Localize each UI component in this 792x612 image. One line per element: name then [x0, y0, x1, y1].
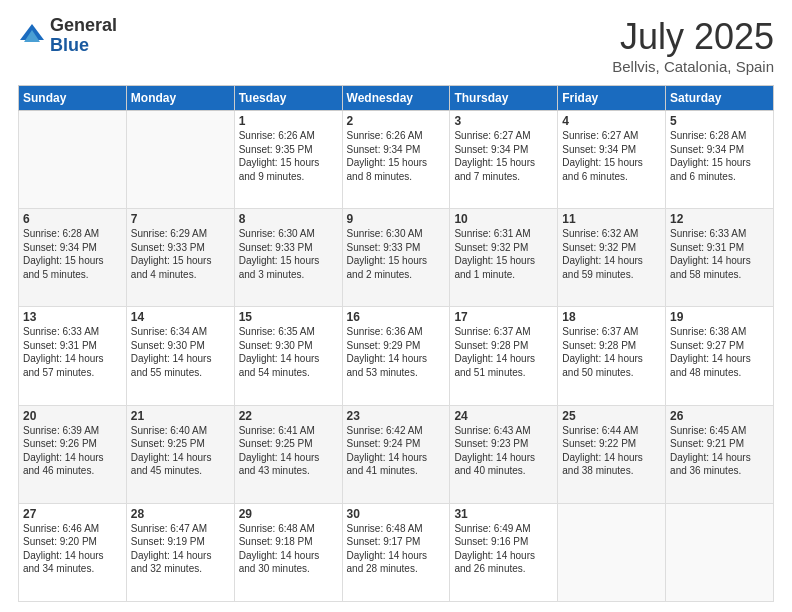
day-number: 29 — [239, 507, 338, 521]
calendar-cell: 25Sunrise: 6:44 AM Sunset: 9:22 PM Dayli… — [558, 405, 666, 503]
calendar-week-row: 27Sunrise: 6:46 AM Sunset: 9:20 PM Dayli… — [19, 503, 774, 601]
weekday-header: Sunday — [19, 86, 127, 111]
day-info: Sunrise: 6:39 AM Sunset: 9:26 PM Dayligh… — [23, 424, 122, 478]
calendar-cell — [558, 503, 666, 601]
day-number: 2 — [347, 114, 446, 128]
day-info: Sunrise: 6:46 AM Sunset: 9:20 PM Dayligh… — [23, 522, 122, 576]
day-info: Sunrise: 6:41 AM Sunset: 9:25 PM Dayligh… — [239, 424, 338, 478]
day-number: 31 — [454, 507, 553, 521]
calendar-cell: 24Sunrise: 6:43 AM Sunset: 9:23 PM Dayli… — [450, 405, 558, 503]
calendar-cell: 11Sunrise: 6:32 AM Sunset: 9:32 PM Dayli… — [558, 209, 666, 307]
day-info: Sunrise: 6:37 AM Sunset: 9:28 PM Dayligh… — [562, 325, 661, 379]
day-info: Sunrise: 6:33 AM Sunset: 9:31 PM Dayligh… — [670, 227, 769, 281]
calendar-cell: 22Sunrise: 6:41 AM Sunset: 9:25 PM Dayli… — [234, 405, 342, 503]
day-info: Sunrise: 6:48 AM Sunset: 9:18 PM Dayligh… — [239, 522, 338, 576]
day-number: 11 — [562, 212, 661, 226]
day-info: Sunrise: 6:26 AM Sunset: 9:34 PM Dayligh… — [347, 129, 446, 183]
calendar-cell: 23Sunrise: 6:42 AM Sunset: 9:24 PM Dayli… — [342, 405, 450, 503]
calendar-week-row: 6Sunrise: 6:28 AM Sunset: 9:34 PM Daylig… — [19, 209, 774, 307]
day-number: 22 — [239, 409, 338, 423]
calendar-cell — [126, 111, 234, 209]
day-number: 28 — [131, 507, 230, 521]
day-info: Sunrise: 6:27 AM Sunset: 9:34 PM Dayligh… — [562, 129, 661, 183]
weekday-header: Wednesday — [342, 86, 450, 111]
page: General Blue July 2025 Bellvis, Cataloni… — [0, 0, 792, 612]
day-info: Sunrise: 6:27 AM Sunset: 9:34 PM Dayligh… — [454, 129, 553, 183]
day-number: 15 — [239, 310, 338, 324]
day-number: 9 — [347, 212, 446, 226]
calendar-cell: 28Sunrise: 6:47 AM Sunset: 9:19 PM Dayli… — [126, 503, 234, 601]
day-number: 23 — [347, 409, 446, 423]
calendar-cell: 8Sunrise: 6:30 AM Sunset: 9:33 PM Daylig… — [234, 209, 342, 307]
calendar-cell: 20Sunrise: 6:39 AM Sunset: 9:26 PM Dayli… — [19, 405, 127, 503]
day-number: 7 — [131, 212, 230, 226]
day-info: Sunrise: 6:28 AM Sunset: 9:34 PM Dayligh… — [670, 129, 769, 183]
calendar-cell: 21Sunrise: 6:40 AM Sunset: 9:25 PM Dayli… — [126, 405, 234, 503]
weekday-header: Tuesday — [234, 86, 342, 111]
day-info: Sunrise: 6:33 AM Sunset: 9:31 PM Dayligh… — [23, 325, 122, 379]
day-number: 13 — [23, 310, 122, 324]
calendar-cell: 7Sunrise: 6:29 AM Sunset: 9:33 PM Daylig… — [126, 209, 234, 307]
header: General Blue July 2025 Bellvis, Cataloni… — [18, 16, 774, 75]
day-number: 8 — [239, 212, 338, 226]
day-info: Sunrise: 6:45 AM Sunset: 9:21 PM Dayligh… — [670, 424, 769, 478]
weekday-header: Friday — [558, 86, 666, 111]
day-number: 25 — [562, 409, 661, 423]
day-number: 6 — [23, 212, 122, 226]
calendar-week-row: 1Sunrise: 6:26 AM Sunset: 9:35 PM Daylig… — [19, 111, 774, 209]
weekday-header-row: SundayMondayTuesdayWednesdayThursdayFrid… — [19, 86, 774, 111]
calendar-cell: 3Sunrise: 6:27 AM Sunset: 9:34 PM Daylig… — [450, 111, 558, 209]
day-number: 19 — [670, 310, 769, 324]
day-number: 20 — [23, 409, 122, 423]
day-info: Sunrise: 6:43 AM Sunset: 9:23 PM Dayligh… — [454, 424, 553, 478]
day-number: 12 — [670, 212, 769, 226]
calendar-cell: 26Sunrise: 6:45 AM Sunset: 9:21 PM Dayli… — [666, 405, 774, 503]
calendar-cell: 19Sunrise: 6:38 AM Sunset: 9:27 PM Dayli… — [666, 307, 774, 405]
calendar-week-row: 20Sunrise: 6:39 AM Sunset: 9:26 PM Dayli… — [19, 405, 774, 503]
calendar-cell: 2Sunrise: 6:26 AM Sunset: 9:34 PM Daylig… — [342, 111, 450, 209]
day-info: Sunrise: 6:30 AM Sunset: 9:33 PM Dayligh… — [239, 227, 338, 281]
logo-general: General — [50, 16, 117, 36]
day-number: 1 — [239, 114, 338, 128]
logo-icon — [18, 22, 46, 50]
day-info: Sunrise: 6:34 AM Sunset: 9:30 PM Dayligh… — [131, 325, 230, 379]
calendar-cell: 13Sunrise: 6:33 AM Sunset: 9:31 PM Dayli… — [19, 307, 127, 405]
weekday-header: Thursday — [450, 86, 558, 111]
calendar-cell: 5Sunrise: 6:28 AM Sunset: 9:34 PM Daylig… — [666, 111, 774, 209]
day-number: 21 — [131, 409, 230, 423]
day-info: Sunrise: 6:44 AM Sunset: 9:22 PM Dayligh… — [562, 424, 661, 478]
calendar-cell: 1Sunrise: 6:26 AM Sunset: 9:35 PM Daylig… — [234, 111, 342, 209]
day-number: 5 — [670, 114, 769, 128]
calendar-cell — [666, 503, 774, 601]
day-info: Sunrise: 6:26 AM Sunset: 9:35 PM Dayligh… — [239, 129, 338, 183]
calendar-cell: 30Sunrise: 6:48 AM Sunset: 9:17 PM Dayli… — [342, 503, 450, 601]
day-number: 4 — [562, 114, 661, 128]
day-info: Sunrise: 6:28 AM Sunset: 9:34 PM Dayligh… — [23, 227, 122, 281]
day-number: 30 — [347, 507, 446, 521]
day-info: Sunrise: 6:47 AM Sunset: 9:19 PM Dayligh… — [131, 522, 230, 576]
calendar-cell: 12Sunrise: 6:33 AM Sunset: 9:31 PM Dayli… — [666, 209, 774, 307]
calendar-cell: 18Sunrise: 6:37 AM Sunset: 9:28 PM Dayli… — [558, 307, 666, 405]
weekday-header: Monday — [126, 86, 234, 111]
calendar-cell: 14Sunrise: 6:34 AM Sunset: 9:30 PM Dayli… — [126, 307, 234, 405]
day-info: Sunrise: 6:37 AM Sunset: 9:28 PM Dayligh… — [454, 325, 553, 379]
calendar-cell: 15Sunrise: 6:35 AM Sunset: 9:30 PM Dayli… — [234, 307, 342, 405]
title-block: July 2025 Bellvis, Catalonia, Spain — [612, 16, 774, 75]
calendar-cell: 4Sunrise: 6:27 AM Sunset: 9:34 PM Daylig… — [558, 111, 666, 209]
calendar-cell — [19, 111, 127, 209]
calendar-cell: 16Sunrise: 6:36 AM Sunset: 9:29 PM Dayli… — [342, 307, 450, 405]
day-number: 16 — [347, 310, 446, 324]
day-info: Sunrise: 6:35 AM Sunset: 9:30 PM Dayligh… — [239, 325, 338, 379]
month-title: July 2025 — [612, 16, 774, 58]
day-info: Sunrise: 6:49 AM Sunset: 9:16 PM Dayligh… — [454, 522, 553, 576]
calendar-cell: 9Sunrise: 6:30 AM Sunset: 9:33 PM Daylig… — [342, 209, 450, 307]
day-number: 24 — [454, 409, 553, 423]
calendar-week-row: 13Sunrise: 6:33 AM Sunset: 9:31 PM Dayli… — [19, 307, 774, 405]
day-number: 26 — [670, 409, 769, 423]
calendar-cell: 10Sunrise: 6:31 AM Sunset: 9:32 PM Dayli… — [450, 209, 558, 307]
calendar-cell: 27Sunrise: 6:46 AM Sunset: 9:20 PM Dayli… — [19, 503, 127, 601]
day-info: Sunrise: 6:40 AM Sunset: 9:25 PM Dayligh… — [131, 424, 230, 478]
day-info: Sunrise: 6:31 AM Sunset: 9:32 PM Dayligh… — [454, 227, 553, 281]
day-number: 10 — [454, 212, 553, 226]
day-number: 14 — [131, 310, 230, 324]
